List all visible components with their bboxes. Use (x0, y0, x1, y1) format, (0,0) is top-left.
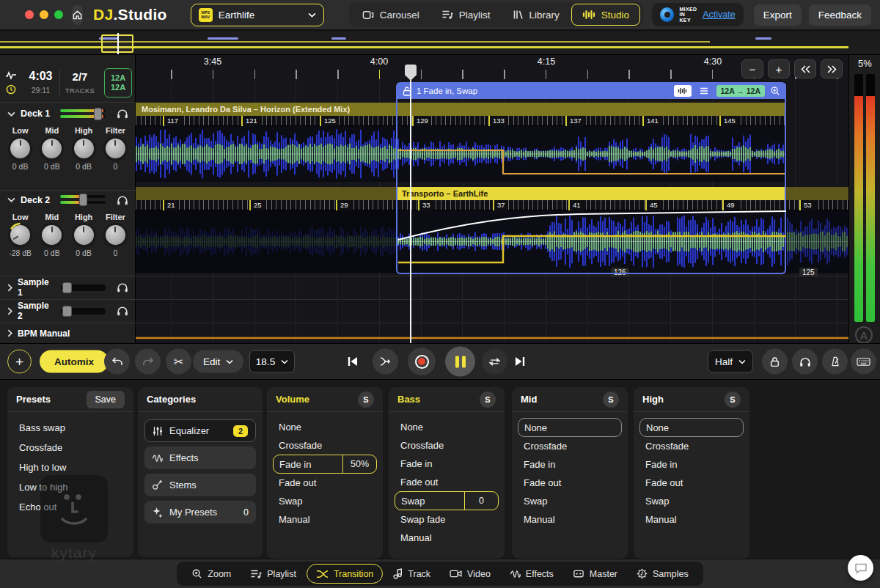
knob-dial[interactable] (74, 225, 94, 245)
tab-playlist[interactable]: Playlist (431, 4, 501, 26)
d2knob-high[interactable]: High0 dB (69, 213, 98, 257)
knob-dial[interactable] (74, 139, 94, 158)
chevron-right-icon[interactable] (7, 307, 12, 315)
mix-overview-minimap[interactable] (0, 32, 880, 55)
redo-button[interactable] (135, 349, 161, 375)
export-button[interactable]: Export (754, 4, 802, 26)
preset-item[interactable]: Bass swap (7, 418, 133, 438)
view-tab-master[interactable]: Master (564, 564, 626, 584)
loop-button[interactable] (482, 349, 507, 375)
tab-carousel[interactable]: Carousel (352, 4, 430, 26)
playhead[interactable] (410, 65, 411, 343)
preset-item[interactable]: Low to high (7, 477, 133, 497)
chevron-right-icon[interactable] (7, 329, 12, 337)
preset-item[interactable]: Crossfade (7, 438, 133, 457)
mid-solo-button[interactable]: S (603, 392, 619, 408)
preset-item[interactable]: Echo out (7, 497, 133, 517)
high-option-manual[interactable]: Manual (639, 510, 744, 529)
bass-option-none[interactable]: None (395, 418, 499, 436)
merge-transition-button[interactable] (373, 349, 398, 375)
knob-dial[interactable] (106, 139, 125, 158)
sample2-row[interactable]: Sample 2 (0, 299, 136, 322)
category-stems[interactable]: Stems (144, 474, 256, 496)
view-tab-zoom[interactable]: Zoom (183, 564, 240, 584)
chevron-right-icon[interactable] (7, 284, 12, 292)
high-solo-button[interactable]: S (725, 392, 741, 408)
option-value[interactable]: 50% (342, 455, 376, 473)
headphones-icon[interactable] (117, 306, 128, 316)
high-option-swap[interactable]: Swap (639, 492, 744, 510)
undo-button[interactable] (104, 349, 130, 375)
deck1-volume-handle[interactable] (94, 108, 102, 120)
record-button[interactable] (408, 348, 436, 375)
view-tab-video[interactable]: Video (441, 564, 499, 584)
bass-option-swap-fade[interactable]: Swap fade (395, 510, 499, 529)
home-button[interactable] (72, 5, 83, 25)
add-track-button[interactable]: + (7, 350, 32, 374)
mid-option-crossfade[interactable]: Crossfade (518, 437, 622, 455)
volume-solo-button[interactable]: S (358, 392, 374, 408)
high-option-crossfade[interactable]: Crossfade (639, 437, 744, 455)
preview-headphones-button[interactable] (792, 349, 818, 375)
knob-dial[interactable] (106, 225, 125, 245)
high-option-none[interactable]: None (639, 418, 744, 437)
volume-option-manual[interactable]: Manual (273, 510, 377, 529)
maximize-window-button[interactable] (54, 10, 63, 19)
chevron-down-icon[interactable] (7, 197, 15, 202)
sample1-volume-slider[interactable] (61, 284, 106, 291)
headphones-icon[interactable] (117, 109, 128, 119)
sample1-row[interactable]: Sample 1 (0, 276, 136, 298)
view-tab-transition[interactable]: Transition (307, 564, 383, 584)
d2knob-mid[interactable]: Mid0 dB (37, 213, 67, 257)
cut-scissors-button[interactable]: ✂ (166, 349, 191, 375)
category-equalizer[interactable]: Equalizer2 (144, 419, 256, 442)
d1knob-low[interactable]: Low0 dB (6, 126, 35, 171)
preset-item[interactable]: High to low (7, 457, 133, 477)
minimize-window-button[interactable] (40, 10, 48, 19)
deck1-volume-meter[interactable] (60, 109, 106, 119)
knob-dial[interactable] (10, 139, 30, 158)
volume-option-swap[interactable]: Swap (273, 492, 377, 510)
chat-support-button[interactable] (848, 555, 873, 581)
d2knob-low[interactable]: Low-28 dB (6, 213, 35, 257)
knob-dial[interactable] (42, 225, 62, 245)
deck2-volume-handle[interactable] (79, 194, 87, 206)
view-tab-playlist[interactable]: Playlist (241, 564, 305, 584)
window-controls[interactable] (25, 10, 63, 19)
d1knob-mid[interactable]: Mid0 dB (37, 126, 67, 171)
bass-option-crossfade[interactable]: Crossfade (395, 436, 499, 455)
tab-library[interactable]: Library (502, 4, 570, 26)
mid-option-manual[interactable]: Manual (518, 510, 622, 529)
view-tab-effects[interactable]: Effects (501, 564, 562, 584)
high-option-fade-out[interactable]: Fade out (639, 474, 744, 492)
category-my-presets[interactable]: My Presets0 (144, 501, 256, 523)
bass-option-fade-out[interactable]: Fade out (395, 473, 499, 491)
option-value[interactable]: 0 (464, 492, 498, 510)
volume-option-none[interactable]: None (273, 418, 377, 436)
d1knob-high[interactable]: High0 dB (69, 126, 98, 171)
save-preset-button[interactable]: Save (87, 391, 125, 408)
knob-dial[interactable] (42, 139, 62, 158)
view-tab-samples[interactable]: Samples (628, 564, 697, 584)
skip-to-start-button[interactable] (346, 356, 359, 367)
bass-option-fade-in[interactable]: Fade in (395, 455, 499, 473)
bass-option-swap[interactable]: Swap0 (395, 491, 499, 510)
d2knob-filter[interactable]: Filter0 (100, 213, 130, 257)
deck2-header[interactable]: Deck 2 (0, 190, 136, 209)
pause-button[interactable] (445, 347, 475, 377)
mid-option-none[interactable]: None (518, 418, 622, 437)
bass-solo-button[interactable]: S (480, 392, 496, 408)
automix-button[interactable]: Automix (40, 350, 109, 373)
skip-to-end-button[interactable] (513, 356, 527, 367)
project-selector[interactable]: MP3WAV Earthlife (191, 4, 324, 26)
activate-link[interactable]: Activate (703, 10, 735, 20)
view-tab-track[interactable]: Track (384, 564, 439, 584)
category-effects[interactable]: Effects (144, 446, 256, 469)
bpm-lane-row[interactable]: BPM Manual (0, 323, 136, 343)
feedback-button[interactable]: Feedback (809, 4, 871, 26)
d1knob-filter[interactable]: Filter0 (100, 126, 130, 171)
sample2-volume-slider[interactable] (61, 308, 106, 315)
deck2-volume-meter[interactable] (60, 195, 106, 205)
lock-button[interactable] (762, 349, 788, 375)
volume-option-fade-in[interactable]: Fade in50% (273, 455, 377, 474)
